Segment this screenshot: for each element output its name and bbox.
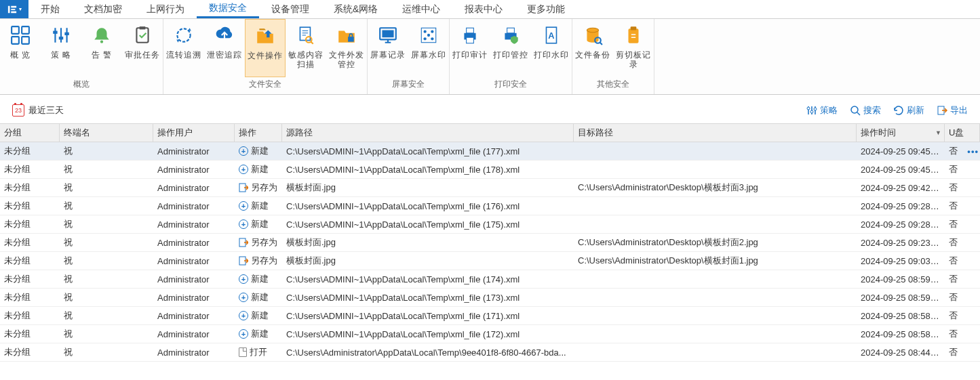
cell-op: +新建 xyxy=(235,145,282,157)
col-udisk[interactable]: U盘 xyxy=(945,124,980,142)
folder-lock-icon xyxy=(336,24,357,46)
col-group[interactable]: 分组 xyxy=(0,124,60,142)
cell-terminal: 祝 xyxy=(60,328,153,340)
create-icon: + xyxy=(239,219,248,229)
ribbon-group-屏幕安全: 屏幕记录屏幕水印屏幕安全 xyxy=(368,19,450,94)
table-row[interactable]: 未分组祝Administrator另存为横板封面.jpgC:\Users\Adm… xyxy=(0,234,980,252)
doc-a-icon: A xyxy=(541,24,562,46)
menu-5[interactable]: 系统&网络 xyxy=(321,0,390,18)
ribbon-leak-trace[interactable]: 泄密追踪 xyxy=(204,19,245,77)
svg-rect-10 xyxy=(64,33,68,35)
ribbon-file-op[interactable]: 文件操作 xyxy=(245,19,286,77)
svg-rect-13 xyxy=(140,26,146,29)
ribbon-policy[interactable]: 策 略 xyxy=(41,19,81,77)
cell-terminal: 祝 xyxy=(60,346,153,358)
cell-user: Administrator xyxy=(153,219,235,230)
policy-action[interactable]: 策略 xyxy=(806,104,838,117)
ribbon-print-ctrl[interactable]: 打印管控 xyxy=(490,19,531,77)
svg-rect-37 xyxy=(631,26,637,30)
export-action[interactable]: 导出 xyxy=(937,104,968,117)
cell-op: +新建 xyxy=(235,200,282,212)
ribbon-screen-wm[interactable]: 屏幕水印 xyxy=(408,19,449,77)
ribbon-flow-trace[interactable]: 流转追溯 xyxy=(163,19,204,77)
table-row[interactable]: 未分组祝Administrator+新建C:\Users\ADMINI~1\Ap… xyxy=(0,270,980,289)
db-icon xyxy=(582,24,604,46)
table-row[interactable]: 未分组祝Administrator打开C:\Users\Administrato… xyxy=(0,343,980,362)
cell-op: +新建 xyxy=(235,273,282,285)
col-user[interactable]: 操作用户 xyxy=(153,124,235,142)
menu-7[interactable]: 报表中心 xyxy=(452,0,515,18)
table-row[interactable]: 未分组祝Administrator另存为横板封面.jpgC:\Users\Adm… xyxy=(0,179,980,197)
ribbon-overview[interactable]: 概 览 xyxy=(0,19,41,77)
refresh-icon xyxy=(893,105,904,116)
table-row[interactable]: 未分组祝Administrator+新建C:\Users\ADMINI~1\Ap… xyxy=(0,161,980,179)
clip-icon xyxy=(623,24,644,46)
ribbon-group-label: 概览 xyxy=(73,77,90,91)
svg-rect-0 xyxy=(7,5,9,13)
col-time[interactable]: 操作时间▼ xyxy=(857,124,945,142)
cell-udisk: 否 xyxy=(945,163,980,175)
svg-rect-4 xyxy=(12,26,19,34)
cell-group: 未分组 xyxy=(0,218,60,230)
ribbon-print-wm[interactable]: A打印水印 xyxy=(531,19,572,77)
table-row[interactable]: 未分组祝Administrator+新建C:\Users\ADMINI~1\Ap… xyxy=(0,289,980,307)
cell-group: 未分组 xyxy=(0,145,60,157)
cell-udisk: 否 xyxy=(945,255,980,267)
col-target-path[interactable]: 目标路径 xyxy=(574,124,857,142)
menu-1[interactable]: 文档加密 xyxy=(72,0,134,18)
menu-4[interactable]: 设备管理 xyxy=(259,0,321,18)
ribbon-approval[interactable]: 审批任务 xyxy=(122,19,163,77)
cell-op: 打开 xyxy=(235,346,282,358)
cell-terminal: 祝 xyxy=(60,291,153,303)
cell-time: 2024-09-25 08:44:07 xyxy=(857,347,945,358)
cell-terminal: 祝 xyxy=(60,255,153,267)
ribbon-print-audit[interactable]: 打印审计 xyxy=(450,19,490,77)
bell-icon xyxy=(91,24,113,46)
ribbon-ext-ctrl[interactable]: 文件外发管控 xyxy=(326,19,367,77)
cell-user: Administrator xyxy=(153,311,235,321)
ribbon-scan[interactable]: 敏感内容扫描 xyxy=(286,19,326,77)
app-logo[interactable]: ▾ xyxy=(0,0,28,18)
table-row[interactable]: 未分组祝Administrator另存为横板封面.jpgC:\Users\Adm… xyxy=(0,252,980,270)
cell-udisk: 否 xyxy=(945,346,980,358)
cell-time: 2024-09-25 09:45:34 xyxy=(857,165,945,175)
menu-3[interactable]: 数据安全 xyxy=(197,0,259,18)
saveas-icon xyxy=(239,238,248,247)
cell-udisk: 否 xyxy=(945,328,980,340)
menu-2[interactable]: 上网行为 xyxy=(134,0,197,18)
ribbon-file-backup[interactable]: 文件备份 xyxy=(572,19,613,77)
table-row[interactable]: 未分组祝Administrator+新建C:\Users\ADMINI~1\Ap… xyxy=(0,307,980,325)
col-source-path[interactable]: 源路径 xyxy=(282,124,574,142)
table-row[interactable]: 未分组祝Administrator+新建C:\Users\ADMINI~1\Ap… xyxy=(0,325,980,343)
table-row[interactable]: 未分组祝Administrator+新建C:\Users\ADMINI~1\Ap… xyxy=(0,197,980,215)
menu-6[interactable]: 运维中心 xyxy=(390,0,452,18)
svg-point-25 xyxy=(427,34,430,37)
date-filter[interactable]: 23 最近三天 xyxy=(12,104,64,117)
table-row[interactable]: 未分组祝Administrator+新建C:\Users\ADMINI~1\Ap… xyxy=(0,142,980,161)
cell-terminal: 祝 xyxy=(60,182,153,194)
cell-time: 2024-09-25 08:59:47 xyxy=(857,274,945,284)
svg-rect-7 xyxy=(22,37,29,44)
svg-point-23 xyxy=(424,37,427,40)
svg-point-39 xyxy=(810,110,813,113)
saveas-icon xyxy=(239,256,248,266)
col-operation[interactable]: 操作 xyxy=(235,124,282,142)
cell-op: 另存为 xyxy=(235,236,282,249)
ribbon-group-label: 屏幕安全 xyxy=(392,77,425,91)
ribbon-toolbar: 概 览策 略告 警审批任务概览流转追溯泄密追踪文件操作敏感内容扫描文件外发管控文… xyxy=(0,19,980,95)
menu-0[interactable]: 开始 xyxy=(28,0,72,18)
ribbon-alarm[interactable]: 告 警 xyxy=(81,19,122,77)
refresh-action[interactable]: 刷新 xyxy=(893,104,924,117)
cell-user: Administrator xyxy=(153,238,235,248)
menu-8[interactable]: 更多功能 xyxy=(515,0,577,18)
ribbon-clipboard-rec[interactable]: 剪切板记录 xyxy=(613,19,654,77)
row-more-icon[interactable]: ••• xyxy=(967,146,979,156)
cell-terminal: 祝 xyxy=(60,200,153,212)
ribbon-screen-rec[interactable]: 屏幕记录 xyxy=(368,19,408,77)
monitor-icon xyxy=(377,24,399,46)
ribbon-group-label: 文件安全 xyxy=(249,77,281,91)
search-icon xyxy=(850,105,861,116)
col-terminal[interactable]: 终端名 xyxy=(60,124,153,142)
table-row[interactable]: 未分组祝Administrator+新建C:\Users\ADMINI~1\Ap… xyxy=(0,215,980,234)
search-action[interactable]: 搜索 xyxy=(850,104,881,117)
